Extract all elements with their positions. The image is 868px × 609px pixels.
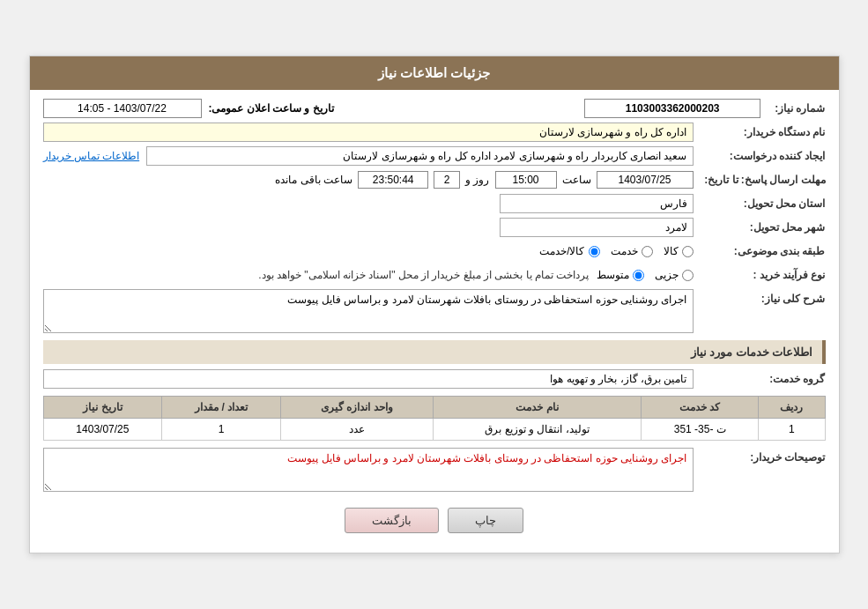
back-button[interactable]: بازگشت <box>345 508 439 533</box>
deadline-time: 15:00 <box>495 171 557 189</box>
buyer-desc-label: توصیحات خریدار: <box>694 448 826 467</box>
table-cell-row: 1 <box>759 419 825 441</box>
purchase-type-desc: پرداخت تمام یا بخشی از مبلغ خریدار از مح… <box>258 269 589 281</box>
service-group-label: گروه خدمت: <box>694 369 826 389</box>
announce-value: 1403/07/22 - 14:05 <box>43 99 202 118</box>
province-label: استان محل تحویل: <box>694 194 826 213</box>
deadline-label: مهلت ارسال پاسخ: تا تاریخ: <box>694 170 826 189</box>
table-header-date: تاریخ نیاز <box>43 397 162 419</box>
purchase-type-radio-group: جزیی متوسط <box>597 269 694 281</box>
deadline-remaining: 23:50:44 <box>358 171 428 189</box>
table-header-code: کد خدمت <box>642 397 759 419</box>
print-button[interactable]: چاپ <box>448 508 523 533</box>
deadline-days: 2 <box>434 171 460 189</box>
need-desc-section-label: شرح کلی نیاز: <box>694 289 826 308</box>
main-container: جزئیات اطلاعات نیاز شماره نیاز: 11030033… <box>29 56 840 553</box>
city-value: لامرد <box>500 218 694 237</box>
deadline-days-label: روز و <box>465 174 489 186</box>
purchase-type-jozi[interactable]: جزیی <box>655 269 694 281</box>
purchase-type-label: نوع فرآیند خرید : <box>694 265 826 285</box>
service-table: ردیف کد خدمت نام خدمت واحد اندازه گیری ت… <box>43 396 826 441</box>
city-label: شهر محل تحویل: <box>694 218 826 237</box>
deadline-date: 1403/07/25 <box>597 171 694 189</box>
service-group-value: تامین برق، گاز، بخار و تهویه هوا <box>43 369 694 389</box>
table-cell-name: تولید، انتقال و توزیع برق <box>433 419 642 441</box>
need-number-value: 1103003362000203 <box>584 99 760 118</box>
province-value: فارس <box>500 194 694 213</box>
need-desc-textarea[interactable] <box>43 289 694 333</box>
category-radio-group: کالا خدمت کالا/خدمت <box>539 245 693 257</box>
table-header-qty: تعداد / مقدار <box>162 397 281 419</box>
table-row: 1 ت -35- 351 تولید، انتقال و توزیع برق ع… <box>43 419 825 441</box>
creator-label: ایجاد کننده درخواست: <box>694 146 826 166</box>
service-info-title: اطلاعات خدمات مورد نیاز <box>43 340 826 364</box>
purchase-type-motavasset[interactable]: متوسط <box>597 269 644 281</box>
announce-label: تاریخ و ساعت اعلان عمومی: <box>209 102 334 115</box>
table-header-name: نام خدمت <box>433 397 642 419</box>
creator-contact-link[interactable]: اطلاعات تماس خریدار <box>43 150 140 162</box>
category-option-kala[interactable]: کالا <box>664 245 694 257</box>
buyer-desc-textarea[interactable] <box>43 448 694 492</box>
creator-value: سعید انصاری کاربردار راه و شهرسازی لامرد… <box>146 146 693 166</box>
category-label: طبقه بندی موضوعی: <box>694 241 826 261</box>
page-title: جزئیات اطلاعات نیاز <box>30 56 839 90</box>
deadline-time-label: ساعت <box>562 174 591 186</box>
table-cell-qty: 1 <box>162 419 281 441</box>
requester-org-value: اداره کل راه و شهرسازی لارستان <box>43 123 694 142</box>
need-number-label: شماره نیاز: <box>768 99 825 118</box>
deadline-remaining-label: ساعت باقی مانده <box>275 174 352 186</box>
category-option-kala-khedmat[interactable]: کالا/خدمت <box>539 245 599 257</box>
category-option-khedmat[interactable]: خدمت <box>611 245 653 257</box>
content-area: شماره نیاز: 1103003362000203 تاریخ و ساع… <box>30 90 839 553</box>
table-cell-date: 1403/07/25 <box>43 419 162 441</box>
table-cell-code: ت -35- 351 <box>642 419 759 441</box>
table-header-row: ردیف <box>759 397 825 419</box>
table-cell-unit: عدد <box>280 419 433 441</box>
footer-buttons: چاپ بازگشت <box>43 497 826 544</box>
requester-org-label: نام دستگاه خریدار: <box>694 123 826 142</box>
table-header-unit: واحد اندازه گیری <box>280 397 433 419</box>
